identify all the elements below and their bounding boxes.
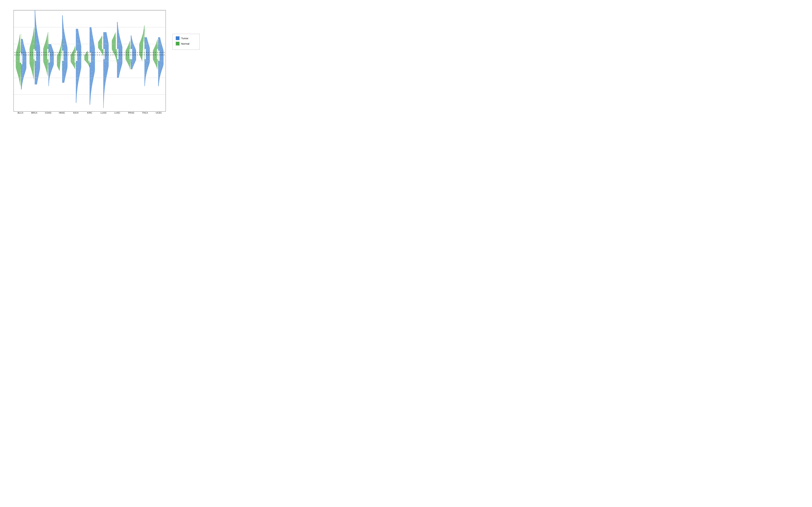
x-label-ucec: UCEC xyxy=(152,112,166,114)
svg-rect-143 xyxy=(61,66,61,66)
svg-rect-206 xyxy=(92,71,92,72)
svg-rect-198 xyxy=(91,101,91,101)
svg-rect-193 xyxy=(75,46,75,46)
svg-rect-265 xyxy=(101,45,102,45)
svg-rect-182 xyxy=(74,65,75,66)
svg-rect-41 xyxy=(35,84,36,85)
chart-title xyxy=(0,0,203,5)
svg-rect-261 xyxy=(101,51,102,51)
svg-rect-370 xyxy=(146,47,146,47)
svg-rect-31 xyxy=(19,58,19,58)
svg-rect-316 xyxy=(132,66,132,66)
svg-rect-273 xyxy=(117,49,118,59)
svg-rect-297 xyxy=(116,62,117,63)
svg-rect-189 xyxy=(75,53,75,53)
svg-rect-113 xyxy=(47,39,47,39)
svg-rect-5 xyxy=(23,82,23,82)
y-tick-10: 10 xyxy=(14,44,166,44)
svg-rect-278 xyxy=(119,70,119,70)
svg-rect-219 xyxy=(89,67,89,68)
svg-rect-260 xyxy=(102,53,102,53)
svg-rect-43 xyxy=(36,77,36,77)
svg-rect-184 xyxy=(75,62,75,62)
svg-rect-329 xyxy=(131,45,132,45)
svg-rect-211 xyxy=(92,53,92,53)
svg-rect-378 xyxy=(143,53,143,53)
svg-rect-121 xyxy=(63,76,64,76)
svg-rect-259 xyxy=(102,54,103,54)
svg-rect-386 xyxy=(143,31,143,31)
svg-rect-383 xyxy=(144,39,144,39)
svg-rect-374 xyxy=(145,37,146,37)
svg-rect-308 xyxy=(115,37,115,37)
svg-rect-207 xyxy=(90,68,90,68)
x-label-blca: BLCA xyxy=(13,112,28,114)
svg-rect-291 xyxy=(118,35,118,36)
svg-rect-401 xyxy=(160,65,161,65)
x-label-luad: LUAD xyxy=(97,112,110,114)
svg-rect-153 xyxy=(62,41,62,42)
svg-rect-310 xyxy=(116,32,116,33)
svg-rect-226 xyxy=(88,58,88,59)
svg-rect-244 xyxy=(105,79,105,79)
svg-rect-361 xyxy=(146,67,147,68)
svg-rect-372 xyxy=(147,42,147,42)
svg-rect-399 xyxy=(159,70,160,70)
svg-rect-28 xyxy=(20,70,21,70)
svg-rect-37 xyxy=(20,34,20,34)
svg-rect-334 xyxy=(131,37,132,37)
svg-rect-58 xyxy=(36,24,36,25)
svg-rect-63 xyxy=(34,79,35,79)
svg-rect-303 xyxy=(116,48,116,49)
svg-rect-111 xyxy=(47,46,48,46)
svg-rect-132 xyxy=(64,41,64,41)
svg-rect-140 xyxy=(63,15,63,15)
y-tick-9: 9 xyxy=(14,61,166,61)
svg-rect-138 xyxy=(64,22,65,22)
svg-rect-60 xyxy=(37,17,37,17)
svg-rect-393 xyxy=(159,83,159,84)
svg-rect-85 xyxy=(49,76,49,76)
svg-rect-48 xyxy=(36,59,36,60)
svg-rect-420 xyxy=(157,55,157,55)
svg-rect-104 xyxy=(47,69,47,69)
svg-rect-324 xyxy=(131,53,132,53)
svg-rect-229 xyxy=(88,54,89,55)
svg-rect-256 xyxy=(104,36,104,36)
svg-rect-403 xyxy=(159,60,159,61)
svg-rect-254 xyxy=(105,43,105,43)
svg-rect-417 xyxy=(156,62,157,62)
svg-rect-212 xyxy=(90,49,90,50)
svg-rect-23 xyxy=(22,39,22,39)
svg-rect-92 xyxy=(50,62,50,62)
svg-rect-88 xyxy=(50,70,50,70)
svg-rect-398 xyxy=(159,72,159,72)
svg-rect-179 xyxy=(77,29,77,29)
svg-rect-203 xyxy=(91,82,91,82)
svg-rect-411 xyxy=(160,42,161,42)
svg-rect-169 xyxy=(77,64,77,64)
svg-rect-18 xyxy=(22,51,22,51)
svg-rect-187 xyxy=(74,56,74,57)
svg-rect-89 xyxy=(51,68,51,68)
svg-rect-418 xyxy=(157,60,158,60)
svg-rect-107 xyxy=(47,59,48,59)
svg-rect-360 xyxy=(146,70,146,70)
svg-rect-385 xyxy=(143,34,144,34)
svg-rect-213 xyxy=(91,46,91,46)
svg-rect-356 xyxy=(146,79,147,79)
svg-rect-126 xyxy=(63,60,64,60)
svg-rect-36 xyxy=(20,38,21,38)
svg-rect-61 xyxy=(35,14,36,14)
svg-rect-210 xyxy=(91,56,92,57)
svg-rect-238 xyxy=(105,101,105,101)
y-axis-label xyxy=(0,10,13,112)
svg-rect-35 xyxy=(19,42,19,42)
svg-rect-339 xyxy=(129,62,130,63)
svg-rect-223 xyxy=(89,62,89,62)
svg-rect-128 xyxy=(64,54,65,54)
svg-rect-72 xyxy=(34,43,34,44)
svg-rect-365 xyxy=(146,58,146,58)
svg-rect-73 xyxy=(33,39,34,39)
svg-rect-321 xyxy=(132,58,132,58)
